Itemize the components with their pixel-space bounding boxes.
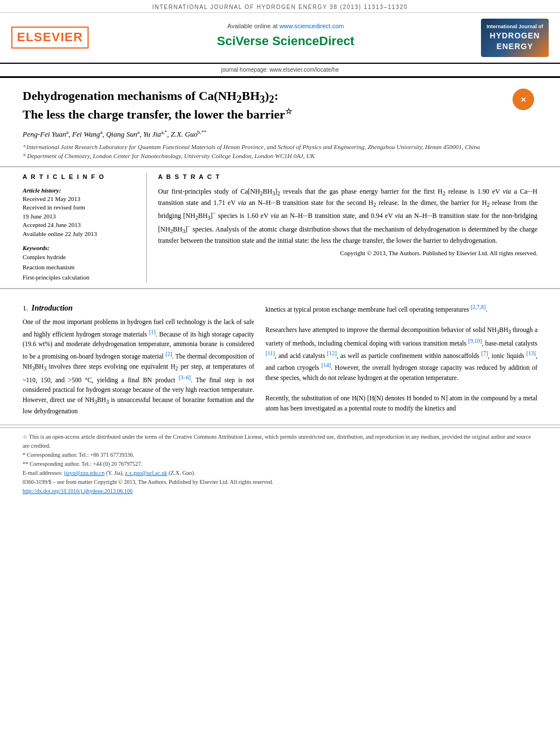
ref-11: [11]: [265, 350, 274, 356]
ref-1: [1]: [149, 329, 156, 335]
article-title-section: Dehydrogenation mechanisms of Ca(NH2BH3)…: [0, 78, 560, 167]
footer-doi: http://dx.doi.org/10.1016/j.ijhydene.201…: [23, 487, 537, 496]
received-date: Received 21 May 2013: [23, 195, 135, 203]
keywords-section: Keywords: Complex hydride Reaction mecha…: [23, 244, 135, 282]
article-info-panel: A R T I C L E I N F O Article history: R…: [23, 173, 147, 282]
info-abstract-section: A R T I C L E I N F O Article history: R…: [0, 167, 560, 289]
author-fei-wang: Fei Wang: [72, 130, 100, 138]
crossmark-logo-area: ✕: [509, 88, 537, 111]
title-line1: Dehydrogenation mechanisms of Ca(NH2BH3)…: [23, 88, 498, 107]
footer-corresponding-2: ** Corresponding author. Tel.: +44 (0) 2…: [23, 460, 537, 469]
abstract-heading: A B S T R A C T: [158, 173, 537, 181]
abstract-copyright: Copyright © 2013, The Authors. Published…: [158, 249, 537, 257]
article-title: Dehydrogenation mechanisms of Ca(NH2BH3)…: [23, 88, 537, 123]
crossmark-icon: ✕: [512, 88, 535, 111]
ref-3-6: [3–6]: [178, 374, 191, 381]
right-column: kinetics at typical proton exchange memb…: [265, 303, 537, 417]
author-qiang-sun: Qiang Sun: [106, 130, 137, 138]
header-center: Available online at www.sciencedirect.co…: [90, 19, 481, 57]
affiliation-a: ᵃ International Joint Research Laborator…: [23, 143, 537, 151]
footer-note-1: ☆ This is an open-access article distrib…: [23, 433, 537, 451]
keyword-1: Complex hydride: [23, 252, 135, 263]
title-text: Dehydrogenation mechanisms of Ca(NH2BH3)…: [23, 88, 509, 123]
ref-7: [7]: [482, 350, 488, 356]
svg-text:✕: ✕: [520, 96, 526, 104]
available-online-date: Available online 22 July 2013: [23, 230, 135, 238]
ref-9-10: [9,10]: [468, 338, 482, 344]
history-label: Article history:: [23, 186, 135, 195]
main-body: 1. Introduction One of the most importan…: [0, 295, 560, 425]
intro-section-header: 1. Introduction: [23, 303, 254, 314]
available-online-text: Available online at www.sciencedirect.co…: [228, 22, 344, 30]
ref-13: [13]: [526, 350, 536, 356]
author-yu-jia: Yu Jia: [143, 130, 161, 138]
received-revised-label: Received in revised form: [23, 203, 135, 212]
accepted-date: Accepted 24 June 2013: [23, 221, 135, 229]
elsevier-logo: ELSEVIER: [11, 27, 89, 49]
keyword-3: First-principles calculation: [23, 273, 135, 283]
ref-2-7-8: [2,7,8]: [471, 304, 486, 310]
affiliation-b: ᵇ Department of Chemistry, London Center…: [23, 152, 537, 160]
section-title: Introduction: [32, 303, 73, 314]
header: ELSEVIER Available online at www.science…: [0, 13, 560, 76]
section-number: 1.: [23, 303, 28, 313]
article-info-heading: A R T I C L E I N F O: [23, 173, 135, 181]
affiliations: ᵃ International Joint Research Laborator…: [23, 143, 537, 160]
ref-2: [2]: [165, 351, 172, 357]
received-revised-date: 19 June 2013: [23, 212, 135, 221]
ref-14: [14]: [321, 362, 331, 368]
keyword-2: Reaction mechanism: [23, 263, 135, 273]
footer-issn: 0360-3199/$ – see front matter Copyright…: [23, 478, 537, 487]
right-para-3: Recently, the substitution of one H(N) […: [265, 394, 537, 414]
author-peng-fei: Peng-Fei Yuan: [23, 130, 66, 138]
footer-corresponding-1: * Corresponding author. Tel.: +86 371 67…: [23, 451, 537, 460]
abstract-panel: A B S T R A C T Our first-principles stu…: [158, 173, 537, 282]
right-para-2: Researchers have attempted to improve th…: [265, 325, 537, 383]
sciencedirect-link[interactable]: www.sciencedirect.com: [279, 23, 344, 29]
keywords-label: Keywords:: [23, 244, 135, 252]
intro-paragraph-1: One of the most important problems in hy…: [23, 317, 254, 417]
authors-line: Peng-Fei Yuana, Fei Wanga, Qiang Suna, Y…: [23, 129, 537, 140]
journal-citation: INTERNATIONAL JOURNAL OF HYDROGEN ENERGY…: [152, 4, 408, 10]
sciverse-brand: SciVerse ScienceDirect: [217, 33, 354, 50]
email-link-guo[interactable]: z.x.guo@ucl.ac.uk: [125, 470, 167, 476]
author-zx-guo: Z.X. Guo: [171, 130, 198, 138]
ref-12: [12]: [327, 350, 337, 356]
left-column: 1. Introduction One of the most importan…: [23, 303, 254, 417]
footer-email: E-mail addresses: jiayu@zzu.edu.cn (Y. J…: [23, 469, 537, 478]
title-line2: The less the charge transfer, the lower …: [23, 107, 498, 123]
top-banner: INTERNATIONAL JOURNAL OF HYDROGEN ENERGY…: [0, 0, 560, 13]
email-link-jia[interactable]: jiayu@zzu.edu.cn: [64, 470, 104, 476]
doi-link[interactable]: http://dx.doi.org/10.1016/j.ijhydene.201…: [23, 488, 133, 494]
abstract-body: Our first-principles study of Ca[NH2BH3]…: [158, 186, 537, 246]
journal-homepage: journal homepage: www.elsevier.com/locat…: [0, 64, 560, 76]
right-para-1: kinetics at typical proton exchange memb…: [265, 303, 537, 315]
publisher-logo-area: ELSEVIER: [11, 19, 90, 57]
journal-logo-box: International Journal of HYDROGEN ENERGY: [481, 19, 549, 57]
footer: ☆ This is an open-access article distrib…: [0, 427, 560, 500]
